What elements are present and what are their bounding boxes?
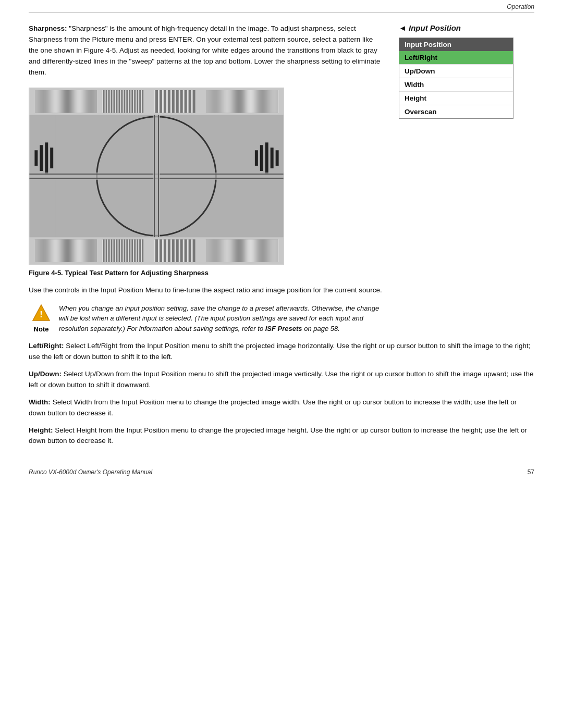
svg-rect-319 <box>254 239 255 262</box>
svg-rect-76 <box>133 90 134 113</box>
svg-rect-69 <box>115 90 116 113</box>
svg-rect-254 <box>128 239 129 262</box>
svg-rect-215 <box>68 239 68 262</box>
svg-rect-326 <box>262 239 262 262</box>
menu-item-height[interactable]: Height <box>399 92 513 105</box>
svg-rect-193 <box>45 239 45 262</box>
svg-rect-229 <box>82 239 83 262</box>
svg-rect-257 <box>136 239 137 262</box>
input-position-title: ◄ Input Position <box>399 23 534 32</box>
svg-rect-213 <box>66 239 66 262</box>
svg-rect-161 <box>277 90 278 113</box>
svg-rect-40 <box>73 90 74 113</box>
svg-rect-95 <box>209 90 209 113</box>
text-width: Select Width from the Input Position men… <box>29 398 517 417</box>
svg-rect-30 <box>63 90 63 113</box>
svg-rect-110 <box>224 90 225 113</box>
svg-rect-342 <box>278 239 279 262</box>
svg-rect-158 <box>274 90 275 113</box>
svg-rect-133 <box>248 90 249 113</box>
svg-rect-214 <box>67 239 67 262</box>
svg-rect-22 <box>54 90 55 113</box>
svg-rect-167 <box>50 147 53 168</box>
svg-rect-34 <box>67 90 67 113</box>
menu-item-up-down[interactable]: Up/Down <box>399 65 513 78</box>
menu-item-overscan[interactable]: Overscan <box>399 105 513 118</box>
svg-rect-68 <box>113 90 114 113</box>
svg-rect-233 <box>87 239 87 262</box>
svg-rect-146 <box>262 90 262 113</box>
svg-rect-283 <box>217 239 217 262</box>
svg-rect-295 <box>229 239 230 262</box>
svg-rect-223 <box>76 239 77 262</box>
svg-rect-15 <box>47 90 47 113</box>
svg-rect-332 <box>268 239 268 262</box>
menu-item-left-right[interactable]: Left/Right <box>399 51 513 65</box>
svg-rect-322 <box>258 239 258 262</box>
svg-rect-228 <box>81 239 82 262</box>
svg-rect-263 <box>162 239 164 262</box>
svg-rect-130 <box>245 90 246 113</box>
svg-rect-150 <box>266 90 266 113</box>
svg-rect-49 <box>82 90 83 113</box>
footer-manual-title: Runco VX-6000d Owner's Operating Manual <box>29 468 152 476</box>
svg-rect-340 <box>276 239 277 262</box>
svg-rect-23 <box>55 90 56 113</box>
menu-item-width[interactable]: Width <box>399 78 513 92</box>
svg-rect-202 <box>54 239 55 262</box>
svg-rect-78 <box>138 90 139 113</box>
svg-rect-287 <box>221 239 222 262</box>
svg-rect-4 <box>35 90 36 113</box>
svg-rect-128 <box>243 90 243 113</box>
svg-rect-189 <box>41 239 41 262</box>
svg-rect-194 <box>46 239 46 262</box>
svg-rect-300 <box>235 239 235 262</box>
svg-rect-112 <box>226 90 227 113</box>
svg-rect-156 <box>272 90 273 113</box>
operation-label: Operation <box>0 3 534 10</box>
svg-rect-308 <box>243 239 243 262</box>
svg-rect-123 <box>238 90 238 113</box>
svg-rect-160 <box>276 90 277 113</box>
svg-rect-274 <box>207 239 208 262</box>
svg-rect-334 <box>270 239 271 262</box>
svg-rect-252 <box>123 239 124 262</box>
label-up-down: Up/Down: <box>29 370 62 378</box>
svg-rect-141 <box>256 90 257 113</box>
svg-rect-188 <box>40 239 40 262</box>
svg-rect-159 <box>275 90 276 113</box>
svg-rect-28 <box>60 90 61 113</box>
svg-rect-245 <box>105 239 106 262</box>
svg-rect-52 <box>85 90 86 113</box>
svg-rect-111 <box>225 90 226 113</box>
main-content: Sharpness: "Sharpness" is the amount of … <box>0 13 563 341</box>
svg-rect-230 <box>83 239 84 262</box>
svg-rect-103 <box>217 90 217 113</box>
svg-rect-209 <box>62 239 62 262</box>
svg-rect-98 <box>212 90 212 113</box>
text-height: Select Height from the Input Position me… <box>29 426 527 445</box>
svg-rect-135 <box>250 90 251 113</box>
svg-rect-276 <box>210 239 210 262</box>
svg-rect-44 <box>77 90 78 113</box>
svg-rect-222 <box>75 239 76 262</box>
svg-rect-59 <box>93 90 93 113</box>
svg-rect-302 <box>237 239 237 262</box>
svg-rect-99 <box>213 90 213 113</box>
svg-rect-119 <box>234 90 234 113</box>
svg-rect-216 <box>69 239 69 262</box>
svg-rect-306 <box>241 239 241 262</box>
svg-rect-316 <box>251 239 252 262</box>
note-label-text: Note <box>34 325 49 333</box>
svg-rect-310 <box>245 239 246 262</box>
svg-rect-192 <box>44 239 44 262</box>
svg-rect-92 <box>205 90 206 113</box>
svg-rect-255 <box>130 239 131 262</box>
svg-rect-208 <box>60 239 61 262</box>
svg-rect-290 <box>224 239 225 262</box>
svg-rect-9 <box>41 90 41 113</box>
svg-rect-266 <box>175 239 176 262</box>
svg-rect-11 <box>43 90 43 113</box>
svg-rect-153 <box>269 90 270 113</box>
svg-rect-144 <box>260 90 260 113</box>
